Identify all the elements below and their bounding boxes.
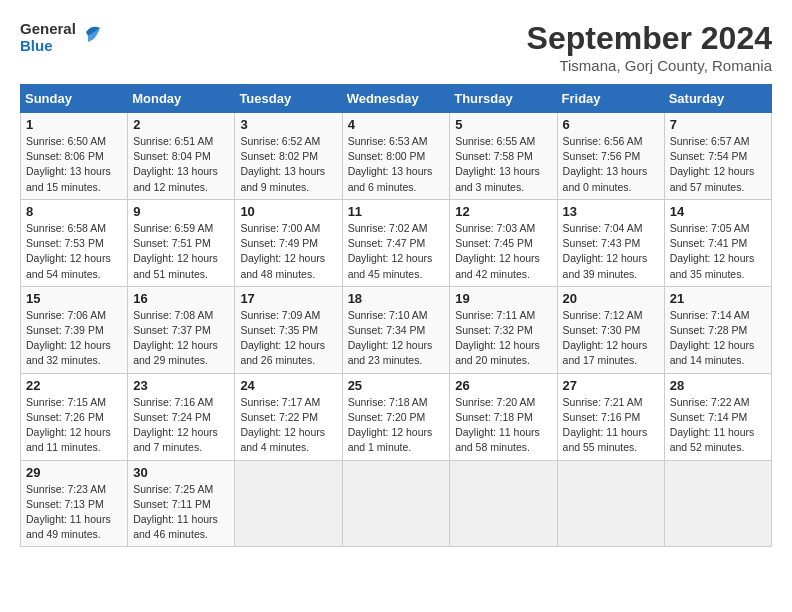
weekday-header-wednesday: Wednesday xyxy=(342,85,450,113)
calendar-cell: 20Sunrise: 7:12 AMSunset: 7:30 PMDayligh… xyxy=(557,286,664,373)
day-info: Sunrise: 7:05 AMSunset: 7:41 PMDaylight:… xyxy=(670,222,755,280)
day-number: 17 xyxy=(240,291,336,306)
day-number: 30 xyxy=(133,465,229,480)
day-number: 26 xyxy=(455,378,551,393)
day-number: 20 xyxy=(563,291,659,306)
calendar-cell: 21Sunrise: 7:14 AMSunset: 7:28 PMDayligh… xyxy=(664,286,771,373)
day-info: Sunrise: 6:57 AMSunset: 7:54 PMDaylight:… xyxy=(670,135,755,193)
calendar-cell: 18Sunrise: 7:10 AMSunset: 7:34 PMDayligh… xyxy=(342,286,450,373)
logo: General Blue xyxy=(20,20,100,55)
day-info: Sunrise: 6:50 AMSunset: 8:06 PMDaylight:… xyxy=(26,135,111,193)
day-number: 24 xyxy=(240,378,336,393)
day-number: 29 xyxy=(26,465,122,480)
day-number: 12 xyxy=(455,204,551,219)
location-subtitle: Tismana, Gorj County, Romania xyxy=(527,57,772,74)
day-info: Sunrise: 6:59 AMSunset: 7:51 PMDaylight:… xyxy=(133,222,218,280)
day-info: Sunrise: 6:53 AMSunset: 8:00 PMDaylight:… xyxy=(348,135,433,193)
day-info: Sunrise: 6:52 AMSunset: 8:02 PMDaylight:… xyxy=(240,135,325,193)
calendar-cell: 16Sunrise: 7:08 AMSunset: 7:37 PMDayligh… xyxy=(128,286,235,373)
calendar-cell: 6Sunrise: 6:56 AMSunset: 7:56 PMDaylight… xyxy=(557,113,664,200)
weekday-header-saturday: Saturday xyxy=(664,85,771,113)
calendar-cell: 1Sunrise: 6:50 AMSunset: 8:06 PMDaylight… xyxy=(21,113,128,200)
day-number: 13 xyxy=(563,204,659,219)
calendar-cell: 26Sunrise: 7:20 AMSunset: 7:18 PMDayligh… xyxy=(450,373,557,460)
day-number: 21 xyxy=(670,291,766,306)
calendar-cell: 9Sunrise: 6:59 AMSunset: 7:51 PMDaylight… xyxy=(128,199,235,286)
weekday-header-sunday: Sunday xyxy=(21,85,128,113)
day-info: Sunrise: 6:58 AMSunset: 7:53 PMDaylight:… xyxy=(26,222,111,280)
day-number: 3 xyxy=(240,117,336,132)
day-info: Sunrise: 7:25 AMSunset: 7:11 PMDaylight:… xyxy=(133,483,218,541)
calendar-cell: 10Sunrise: 7:00 AMSunset: 7:49 PMDayligh… xyxy=(235,199,342,286)
day-number: 8 xyxy=(26,204,122,219)
day-info: Sunrise: 6:56 AMSunset: 7:56 PMDaylight:… xyxy=(563,135,648,193)
calendar-cell: 17Sunrise: 7:09 AMSunset: 7:35 PMDayligh… xyxy=(235,286,342,373)
calendar-cell: 4Sunrise: 6:53 AMSunset: 8:00 PMDaylight… xyxy=(342,113,450,200)
calendar-cell: 5Sunrise: 6:55 AMSunset: 7:58 PMDaylight… xyxy=(450,113,557,200)
week-row-2: 8Sunrise: 6:58 AMSunset: 7:53 PMDaylight… xyxy=(21,199,772,286)
calendar-cell: 23Sunrise: 7:16 AMSunset: 7:24 PMDayligh… xyxy=(128,373,235,460)
weekday-header-thursday: Thursday xyxy=(450,85,557,113)
day-info: Sunrise: 7:02 AMSunset: 7:47 PMDaylight:… xyxy=(348,222,433,280)
day-info: Sunrise: 7:03 AMSunset: 7:45 PMDaylight:… xyxy=(455,222,540,280)
calendar-cell: 19Sunrise: 7:11 AMSunset: 7:32 PMDayligh… xyxy=(450,286,557,373)
day-info: Sunrise: 7:12 AMSunset: 7:30 PMDaylight:… xyxy=(563,309,648,367)
calendar-cell: 3Sunrise: 6:52 AMSunset: 8:02 PMDaylight… xyxy=(235,113,342,200)
calendar-cell xyxy=(557,460,664,547)
calendar-cell: 14Sunrise: 7:05 AMSunset: 7:41 PMDayligh… xyxy=(664,199,771,286)
week-row-3: 15Sunrise: 7:06 AMSunset: 7:39 PMDayligh… xyxy=(21,286,772,373)
day-number: 22 xyxy=(26,378,122,393)
day-info: Sunrise: 7:16 AMSunset: 7:24 PMDaylight:… xyxy=(133,396,218,454)
day-number: 25 xyxy=(348,378,445,393)
day-info: Sunrise: 7:20 AMSunset: 7:18 PMDaylight:… xyxy=(455,396,540,454)
week-row-4: 22Sunrise: 7:15 AMSunset: 7:26 PMDayligh… xyxy=(21,373,772,460)
weekday-header-tuesday: Tuesday xyxy=(235,85,342,113)
day-info: Sunrise: 7:21 AMSunset: 7:16 PMDaylight:… xyxy=(563,396,648,454)
day-info: Sunrise: 7:11 AMSunset: 7:32 PMDaylight:… xyxy=(455,309,540,367)
day-number: 5 xyxy=(455,117,551,132)
week-row-1: 1Sunrise: 6:50 AMSunset: 8:06 PMDaylight… xyxy=(21,113,772,200)
day-info: Sunrise: 7:00 AMSunset: 7:49 PMDaylight:… xyxy=(240,222,325,280)
calendar-cell: 15Sunrise: 7:06 AMSunset: 7:39 PMDayligh… xyxy=(21,286,128,373)
calendar-cell xyxy=(450,460,557,547)
day-number: 15 xyxy=(26,291,122,306)
day-number: 11 xyxy=(348,204,445,219)
calendar-cell xyxy=(342,460,450,547)
calendar-cell: 29Sunrise: 7:23 AMSunset: 7:13 PMDayligh… xyxy=(21,460,128,547)
day-info: Sunrise: 6:51 AMSunset: 8:04 PMDaylight:… xyxy=(133,135,218,193)
day-number: 7 xyxy=(670,117,766,132)
day-info: Sunrise: 7:17 AMSunset: 7:22 PMDaylight:… xyxy=(240,396,325,454)
calendar-cell: 24Sunrise: 7:17 AMSunset: 7:22 PMDayligh… xyxy=(235,373,342,460)
month-title: September 2024 xyxy=(527,20,772,57)
calendar-cell xyxy=(664,460,771,547)
day-number: 4 xyxy=(348,117,445,132)
calendar-cell: 27Sunrise: 7:21 AMSunset: 7:16 PMDayligh… xyxy=(557,373,664,460)
day-info: Sunrise: 7:04 AMSunset: 7:43 PMDaylight:… xyxy=(563,222,648,280)
day-number: 6 xyxy=(563,117,659,132)
day-number: 16 xyxy=(133,291,229,306)
day-info: Sunrise: 7:15 AMSunset: 7:26 PMDaylight:… xyxy=(26,396,111,454)
calendar-cell: 12Sunrise: 7:03 AMSunset: 7:45 PMDayligh… xyxy=(450,199,557,286)
day-info: Sunrise: 7:23 AMSunset: 7:13 PMDaylight:… xyxy=(26,483,111,541)
day-info: Sunrise: 7:22 AMSunset: 7:14 PMDaylight:… xyxy=(670,396,755,454)
weekday-header-friday: Friday xyxy=(557,85,664,113)
day-number: 18 xyxy=(348,291,445,306)
calendar-cell: 13Sunrise: 7:04 AMSunset: 7:43 PMDayligh… xyxy=(557,199,664,286)
weekday-header-monday: Monday xyxy=(128,85,235,113)
calendar-cell: 25Sunrise: 7:18 AMSunset: 7:20 PMDayligh… xyxy=(342,373,450,460)
calendar-cell: 11Sunrise: 7:02 AMSunset: 7:47 PMDayligh… xyxy=(342,199,450,286)
day-info: Sunrise: 7:14 AMSunset: 7:28 PMDaylight:… xyxy=(670,309,755,367)
calendar-cell: 2Sunrise: 6:51 AMSunset: 8:04 PMDaylight… xyxy=(128,113,235,200)
day-number: 14 xyxy=(670,204,766,219)
header: General Blue September 2024 Tismana, Gor… xyxy=(20,20,772,74)
calendar-cell: 30Sunrise: 7:25 AMSunset: 7:11 PMDayligh… xyxy=(128,460,235,547)
day-info: Sunrise: 7:18 AMSunset: 7:20 PMDaylight:… xyxy=(348,396,433,454)
week-row-5: 29Sunrise: 7:23 AMSunset: 7:13 PMDayligh… xyxy=(21,460,772,547)
day-number: 10 xyxy=(240,204,336,219)
day-number: 28 xyxy=(670,378,766,393)
day-number: 9 xyxy=(133,204,229,219)
weekday-header-row: SundayMondayTuesdayWednesdayThursdayFrid… xyxy=(21,85,772,113)
logo-bird-icon xyxy=(78,22,100,52)
calendar-cell: 28Sunrise: 7:22 AMSunset: 7:14 PMDayligh… xyxy=(664,373,771,460)
title-area: September 2024 Tismana, Gorj County, Rom… xyxy=(527,20,772,74)
